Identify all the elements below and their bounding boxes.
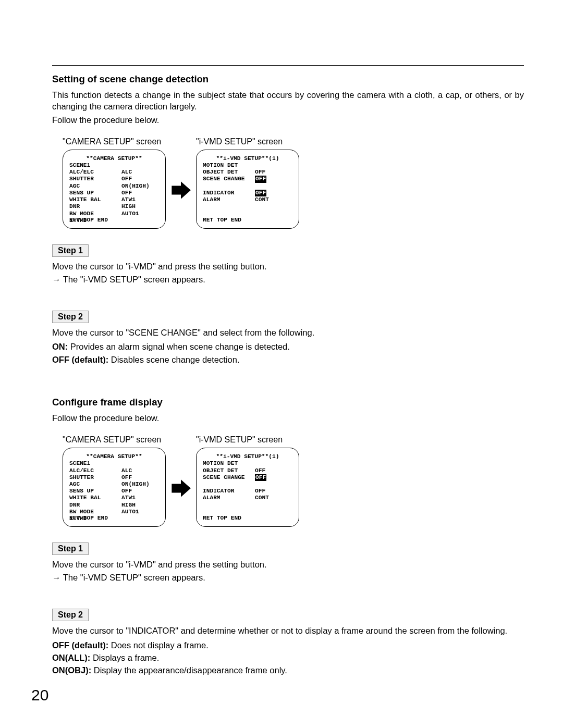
osd-value: ON(HIGH) — [121, 481, 150, 488]
osd-value: OFF — [121, 488, 132, 495]
section-title: Configure frame display — [52, 397, 524, 408]
step-text: Move the cursor to "INDICATOR" and deter… — [52, 625, 524, 636]
osd-row: ALARMCONT — [203, 495, 292, 501]
screen-label: "i-VMD SETUP" screen — [196, 137, 299, 146]
svg-marker-0 — [172, 181, 191, 199]
ivmd-setup-block: "i-VMD SETUP" screen **i-VMD SETUP**(1)M… — [196, 435, 299, 527]
option-line: ON(ALL): Displays a frame. — [52, 652, 524, 663]
option-line: OFF (default): Disables scene change det… — [52, 354, 524, 365]
step-label: Step 2 — [52, 609, 89, 621]
osd-nav: RET TOP END — [69, 515, 108, 522]
intro-text: Follow the procedure below. — [52, 114, 524, 126]
osd-value: HIGH — [121, 203, 136, 210]
osd-title: **CAMERA SETUP** — [69, 155, 159, 162]
osd-nav: RET TOP END — [203, 217, 241, 224]
osd-value: OFF — [255, 488, 265, 495]
section-title: Setting of scene change detection — [52, 73, 524, 85]
arrow-right-icon — [170, 477, 192, 499]
screens-row: "CAMERA SETUP" screen **CAMERA SETUP**SC… — [63, 137, 524, 229]
step-text: Move the cursor to "i-VMD" and press the… — [52, 559, 524, 570]
ivmd-setup-screen: **i-VMD SETUP**(1)MOTION DET OBJECT DETO… — [196, 150, 299, 229]
svg-marker-1 — [172, 479, 191, 497]
osd-scene: SCENE1 — [69, 162, 159, 169]
osd-row: SENS UPOFF — [69, 488, 159, 495]
option-line: OFF (default): Does not display a frame. — [52, 639, 524, 651]
osd-row: INDICATOROFF — [203, 190, 292, 196]
osd-title: **CAMERA SETUP** — [69, 453, 159, 460]
screens-row: "CAMERA SETUP" screen **CAMERA SETUP**SC… — [63, 435, 524, 527]
osd-value: CONT — [255, 495, 269, 501]
osd-value: OFF — [255, 169, 265, 176]
arrow-right-icon — [170, 179, 192, 201]
result-text: The "i-VMD SETUP" screen appears. — [61, 275, 205, 284]
step-label: Step 1 — [52, 542, 89, 555]
osd-title: **i-VMD SETUP**(1) — [203, 155, 292, 162]
osd-value: OFF — [255, 176, 266, 182]
osd-row: OBJECT DETOFF — [203, 169, 292, 176]
osd-row: SCENE CHANGEOFF — [203, 176, 292, 182]
arrow-right-small-icon: → — [52, 275, 61, 284]
step-label: Step 1 — [52, 244, 89, 257]
osd-row: SENS UPOFF — [69, 190, 159, 196]
step-result: → The "i-VMD SETUP" screen appears. — [52, 573, 524, 583]
step-text: Move the cursor to "SCENE CHANGE" and se… — [52, 327, 524, 338]
page-number: 20 — [31, 686, 48, 704]
horizontal-rule — [52, 65, 524, 66]
intro-text: Follow the procedure below. — [52, 412, 524, 424]
osd-row: DNRHIGH — [69, 203, 159, 210]
option-line: ON: Provides an alarm signal when scene … — [52, 341, 524, 352]
osd-row: ALC/ELCALC — [69, 169, 159, 176]
osd-row: WHITE BALATW1 — [69, 196, 159, 203]
osd-value: ATW1 — [121, 495, 139, 501]
osd-value: AUTO1 — [121, 509, 142, 515]
camera-setup-block: "CAMERA SETUP" screen **CAMERA SETUP**SC… — [63, 137, 166, 229]
osd-value: ON(HIGH) — [121, 183, 150, 190]
step-result: → The "i-VMD SETUP" screen appears. — [52, 275, 524, 285]
osd-value: AUTO1 — [121, 211, 142, 217]
osd-value: ALC — [121, 467, 136, 474]
option-line: ON(OBJ): Display the appearance/disappea… — [52, 664, 524, 676]
osd-row: ALARMCONT — [203, 196, 292, 203]
osd-row: AGCON(HIGH) — [69, 481, 159, 488]
step-text: Move the cursor to "i-VMD" and press the… — [52, 261, 524, 272]
osd-row: AGCON(HIGH) — [69, 183, 159, 190]
osd-row: MOTION DET — [203, 162, 292, 169]
osd-value: ATW1 — [121, 196, 139, 203]
intro-text: This function detects a change in the su… — [52, 89, 524, 113]
arrow-right-small-icon: → — [52, 573, 61, 582]
page-content: Setting of scene change detection This f… — [0, 0, 563, 676]
osd-row: WHITE BALATW1 — [69, 495, 159, 501]
osd-value: ALC — [121, 169, 136, 176]
camera-setup-screen: **CAMERA SETUP**SCENE1ALC/ELCALC SHUTTER… — [63, 150, 166, 229]
osd-row: OBJECT DETOFF — [203, 467, 292, 474]
screen-label: "i-VMD SETUP" screen — [196, 435, 299, 445]
screen-label: "CAMERA SETUP" screen — [63, 435, 166, 445]
osd-value: OFF — [121, 176, 132, 182]
osd-row: MOTION DET — [203, 460, 292, 467]
osd-value: CONT — [255, 196, 269, 203]
osd-value: OFF — [121, 190, 132, 196]
osd-scene: SCENE1 — [69, 460, 159, 467]
ivmd-setup-screen: **i-VMD SETUP**(1)MOTION DET OBJECT DETO… — [196, 448, 299, 527]
osd-value: OFF — [255, 474, 266, 481]
osd-value: OFF — [255, 467, 265, 474]
osd-row: INDICATOROFF — [203, 488, 292, 495]
camera-setup-block: "CAMERA SETUP" screen **CAMERA SETUP**SC… — [63, 435, 166, 527]
osd-nav: RET TOP END — [203, 515, 241, 522]
osd-nav: RET TOP END — [69, 217, 108, 224]
osd-row: SCENE CHANGEOFF — [203, 474, 292, 481]
result-text: The "i-VMD SETUP" screen appears. — [61, 573, 205, 582]
osd-row: SHUTTEROFF — [69, 474, 159, 481]
osd-row: SHUTTEROFF — [69, 176, 159, 182]
step-label: Step 2 — [52, 311, 89, 323]
osd-value: HIGH — [121, 502, 136, 509]
ivmd-setup-block: "i-VMD SETUP" screen **i-VMD SETUP**(1)M… — [196, 137, 299, 229]
camera-setup-screen: **CAMERA SETUP**SCENE1ALC/ELCALC SHUTTER… — [63, 448, 166, 527]
osd-value: OFF — [255, 190, 266, 196]
osd-row: DNRHIGH — [69, 502, 159, 509]
screen-label: "CAMERA SETUP" screen — [63, 137, 166, 146]
osd-row: ALC/ELCALC — [69, 467, 159, 474]
osd-value: OFF — [121, 474, 132, 481]
osd-title: **i-VMD SETUP**(1) — [203, 453, 292, 460]
